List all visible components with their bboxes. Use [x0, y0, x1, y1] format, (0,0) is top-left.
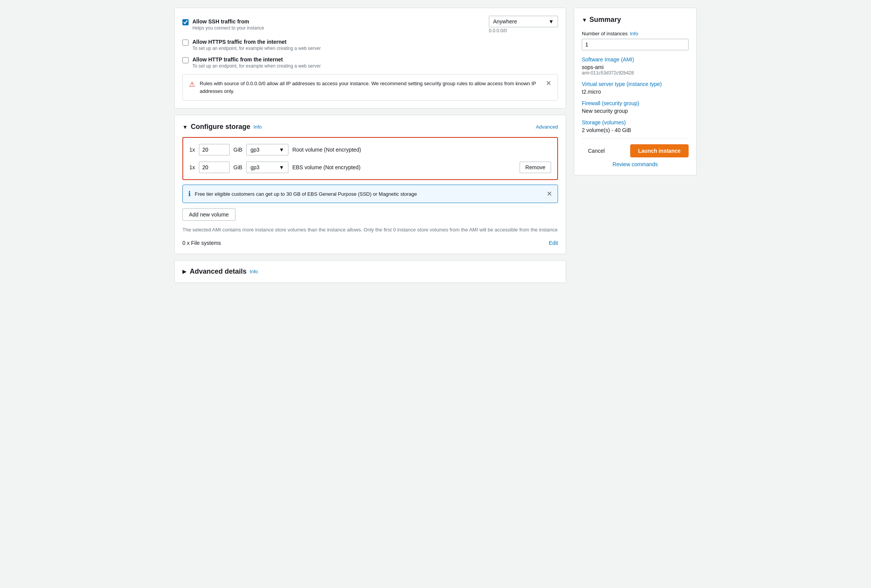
- file-systems-row: 0 x File systems Edit: [182, 240, 558, 246]
- http-checkbox[interactable]: [182, 57, 189, 63]
- storage-section: ▼ Configure storage Info Advanced 1x GiB…: [174, 115, 566, 254]
- number-of-instances-label: Number of instances Info: [582, 31, 689, 36]
- firewall-link[interactable]: Firewall (security group): [582, 100, 689, 106]
- volume-1-type-value: gp3: [250, 147, 259, 153]
- volume-1-type-dropdown[interactable]: gp3 ▼: [246, 144, 288, 155]
- ssh-dropdown-sub: 0.0.0.0/0: [489, 28, 507, 33]
- summary-collapse-icon: ▼: [582, 17, 587, 23]
- storage-value: 2 volume(s) - 40 GiB: [582, 127, 689, 133]
- https-checkbox[interactable]: [182, 40, 189, 46]
- cancel-button[interactable]: Cancel: [582, 145, 611, 157]
- volume-1-multiplier: 1x: [189, 147, 195, 153]
- storage-title: Configure storage: [191, 123, 250, 131]
- volume-row-1: 1x GiB gp3 ▼ Root volume (Not encrypted): [189, 144, 551, 155]
- sidebar: ▼ Summary Number of instances Info Softw…: [574, 8, 697, 283]
- ami-note: The selected AMI contains more instance …: [182, 226, 558, 234]
- volume-1-label: Root volume (Not encrypted): [292, 147, 361, 153]
- ssh-desc: Helps you connect to your instance: [192, 25, 483, 31]
- advanced-section: ▶ Advanced details Info: [174, 260, 566, 283]
- advanced-collapse-icon: ▶: [182, 268, 187, 274]
- volume-2-label: EBS volume (Not encrypted): [292, 164, 360, 170]
- https-desc: To set up an endpoint, for example when …: [192, 46, 321, 51]
- ssh-label: Allow SSH traffic from: [192, 18, 249, 25]
- warning-text: Rules with source of 0.0.0.0/0 allow all…: [200, 80, 541, 95]
- warning-banner: ⚠ Rules with source of 0.0.0.0/0 allow a…: [182, 74, 558, 101]
- free-tier-text: Free tier eligible customers can get up …: [195, 191, 543, 197]
- advanced-info-link[interactable]: Info: [250, 269, 258, 274]
- advanced-title: Advanced details: [190, 268, 247, 276]
- info-circle-icon: ℹ: [188, 190, 191, 198]
- chevron-down-icon: ▼: [548, 18, 554, 25]
- volume-2-type-value: gp3: [250, 164, 259, 170]
- http-label: Allow HTTP traffic from the internet: [192, 56, 283, 63]
- volume-1-size-input[interactable]: [199, 144, 230, 155]
- free-tier-close-button[interactable]: ✕: [546, 190, 552, 197]
- storage-collapse-icon: ▼: [182, 124, 188, 130]
- chevron-down-icon-v2: ▼: [279, 164, 284, 170]
- http-desc: To set up an endpoint, for example when …: [192, 63, 321, 69]
- launch-instance-button[interactable]: Launch instance: [630, 144, 689, 157]
- review-commands-link[interactable]: Review commands: [582, 161, 689, 167]
- add-volume-button[interactable]: Add new volume: [182, 208, 235, 221]
- number-of-instances-info-link[interactable]: Info: [630, 31, 638, 36]
- summary-title: ▼ Summary: [582, 16, 689, 24]
- firewall-value: New security group: [582, 108, 689, 114]
- file-systems-label: 0 x File systems: [182, 240, 221, 246]
- storage-link[interactable]: Storage (volumes): [582, 119, 689, 126]
- free-tier-banner: ℹ Free tier eligible customers can get u…: [182, 185, 558, 203]
- firewall-section: Allow SSH traffic from Helps you connect…: [174, 8, 566, 109]
- advanced-title-row[interactable]: ▶ Advanced details Info: [182, 268, 558, 276]
- file-systems-edit-link[interactable]: Edit: [549, 240, 558, 246]
- summary-card: ▼ Summary Number of instances Info Softw…: [574, 8, 697, 175]
- summary-divider: [582, 139, 689, 139]
- remove-volume-button[interactable]: Remove: [520, 162, 551, 173]
- ssh-checkbox[interactable]: [182, 19, 189, 25]
- warning-icon: ⚠: [189, 80, 195, 89]
- https-label: Allow HTTPS traffic from the internet: [192, 39, 286, 45]
- ssh-dropdown-value: Anywhere: [493, 18, 517, 25]
- chevron-down-icon-v1: ▼: [279, 147, 284, 153]
- volume-2-type-dropdown[interactable]: gp3 ▼: [246, 162, 288, 173]
- volume-2-unit: GiB: [233, 164, 242, 170]
- number-of-instances-input[interactable]: [582, 39, 689, 50]
- summary-actions: Cancel Launch instance Review commands: [582, 144, 689, 167]
- ssh-source-dropdown[interactable]: Anywhere ▼: [489, 16, 558, 27]
- volume-2-multiplier: 1x: [189, 164, 195, 170]
- warning-close-button[interactable]: ✕: [546, 80, 551, 87]
- storage-advanced-link[interactable]: Advanced: [536, 124, 558, 130]
- ami-value: sops-ami ami-011c53d372c92b428: [582, 64, 689, 76]
- volume-2-size-input[interactable]: [199, 162, 230, 173]
- volume-1-unit: GiB: [233, 147, 242, 153]
- instance-type-link[interactable]: Virtual server type (instance type): [582, 81, 689, 87]
- instance-type-value: t2.micro: [582, 89, 689, 95]
- volume-row-2: 1x GiB gp3 ▼ EBS volume (Not encrypted) …: [189, 162, 551, 173]
- storage-info-link[interactable]: Info: [253, 124, 262, 130]
- ami-link[interactable]: Software Image (AMI): [582, 56, 689, 63]
- volumes-container: 1x GiB gp3 ▼ Root volume (Not encrypted)…: [182, 137, 558, 180]
